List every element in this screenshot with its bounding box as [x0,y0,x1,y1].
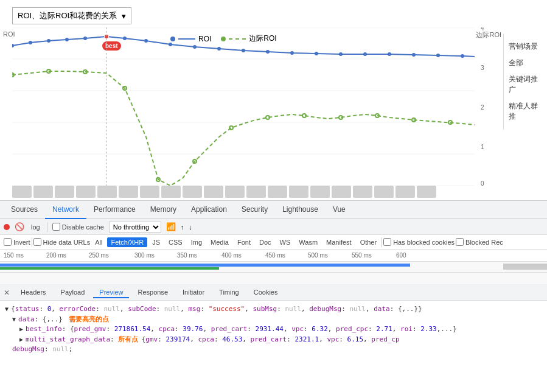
filter-doc-button[interactable]: Doc [256,237,275,247]
devtools-tabs: Sources Network Performance Memory Appli… [0,201,547,219]
has-blocked-cookies-checkbox[interactable] [383,238,391,246]
progress-bar-green [0,267,219,270]
filter-img-button[interactable]: Img [187,237,206,247]
json-line-5: debugMsg: null; [5,345,542,355]
throttle-select[interactable]: No throttling [109,222,161,233]
svg-point-37 [461,54,464,58]
tab-sources[interactable]: Sources [4,201,45,219]
tab-initiator[interactable]: Initiator [176,287,211,298]
chart-dropdown-label: ROI、边际ROI和花费的关系 [18,10,117,21]
svg-point-34 [388,52,391,56]
filter-font-button[interactable]: Font [234,237,254,247]
expand-arrow-3[interactable]: ▶ [19,324,23,334]
filter-all-button[interactable]: All [91,237,106,247]
chevron-down-icon: ▾ [122,12,126,21]
timeline-ticks: 150 ms 200 ms 250 ms 300 ms 350 ms 400 m… [4,250,543,261]
json-area: ▼ {status: 0, errorCode: null, subCode: … [0,301,547,368]
tab-response[interactable]: Response [131,287,174,298]
tab-preview[interactable]: Preview [93,287,129,298]
invert-checkbox[interactable] [4,238,12,246]
network-toolbar: 🚫 log Disable cache No throttling 📶 ↑ ↓ [0,219,547,235]
filter-bar: Invert Hide data URLs All Fetch/XHR JS C… [0,235,547,250]
svg-point-36 [436,54,440,57]
tick-600: 600 [396,252,406,259]
hide-data-urls-checkbox[interactable] [33,238,41,246]
filter-js-button[interactable]: JS [148,237,164,247]
right-panel-item-keyword[interactable]: 关键词推广 [506,71,545,98]
close-panel-icon[interactable]: ✕ [4,289,10,297]
json-line-2: ▼ data: {,..} 需要高亮的点 [5,315,542,325]
filter-separator-1 [32,237,32,247]
disable-cache-label: Disable cache [52,223,104,231]
svg-point-17 [12,44,14,47]
filter-fetch-xhr-button[interactable]: Fetch/XHR [107,237,147,247]
expand-arrow-1[interactable]: ▼ [5,304,9,313]
tick-150ms: 150 ms [4,252,24,259]
blocked-rec-checkbox[interactable] [456,238,464,246]
tab-timing[interactable]: Timing [213,287,245,298]
filter-ws-button[interactable]: WS [276,237,294,247]
hide-data-urls-label: Hide data URLs [33,238,91,246]
filter-css-button[interactable]: CSS [165,237,186,247]
filter-manifest-button[interactable]: Manifest [322,237,355,247]
svg-point-23 [123,37,127,40]
tab-payload[interactable]: Payload [55,287,91,298]
progress-bar-area [0,262,547,273]
bottom-panel: ✕ Headers Payload Preview Response Initi… [0,285,547,368]
tab-lighthouse[interactable]: Lighthouse [275,201,326,219]
tab-headers[interactable]: Headers [15,287,52,298]
tab-application[interactable]: Application [184,201,234,219]
chart-dropdown[interactable]: ROI、边际ROI和花费的关系 ▾ [12,7,131,24]
tick-300ms: 300 ms [134,252,155,259]
tick-350ms: 350 ms [177,252,197,259]
svg-text:4: 4 [481,27,484,32]
progress-bar-blue [0,264,410,267]
stop-recording-icon[interactable] [4,224,10,230]
tab-security[interactable]: Security [234,201,275,219]
log-button[interactable]: log [29,223,42,231]
tick-400ms: 400 ms [221,252,242,259]
json-line-1: ▼ {status: 0, errorCode: null, subCode: … [5,304,542,315]
tab-memory[interactable]: Memory [143,201,184,219]
filter-other-button[interactable]: Other [357,237,381,247]
filter-media-button[interactable]: Media [207,237,232,247]
filter-wasm-button[interactable]: Wasm [295,237,321,247]
svg-point-28 [242,49,245,52]
upload-icon: ↑ [181,223,184,231]
tick-250ms: 250 ms [89,252,109,259]
blocked-rec-label: Blocked Rec [456,238,503,246]
svg-text:3: 3 [481,65,484,71]
tab-performance[interactable]: Performance [86,201,143,219]
request-list [0,273,547,285]
progress-bar-gray [503,264,547,270]
tick-550ms: 550 ms [352,252,372,259]
svg-text:1: 1 [481,144,484,150]
tab-network[interactable]: Network [45,201,86,219]
right-panel-item-audience[interactable]: 精准人群推 [506,98,545,125]
filter-separator-2 [382,237,382,247]
svg-point-20 [65,38,69,41]
expand-arrow-2[interactable]: ▼ [12,315,16,324]
tick-500ms: 500 ms [308,252,328,259]
has-blocked-cookies-label: Has blocked cookies [383,238,455,246]
svg-point-47 [339,116,343,119]
highlight-label-2: 所有点 [118,335,138,345]
clear-log-icon[interactable]: 🚫 [15,222,24,231]
svg-point-44 [229,126,233,130]
response-tabs: ✕ Headers Payload Preview Response Initi… [0,285,547,301]
disable-cache-checkbox[interactable] [52,223,60,231]
tab-cookies[interactable]: Cookies [248,287,284,298]
expand-arrow-4[interactable]: ▶ [19,335,23,344]
tick-450ms: 450 ms [265,252,285,259]
right-panel-item-all[interactable]: 全部 [506,55,545,71]
svg-point-21 [83,37,87,40]
svg-point-46 [302,114,306,117]
svg-point-35 [412,53,416,57]
download-icon: ↓ [189,223,192,231]
right-panel: 营销场景 全部 关键词推广 精准人群推 [503,33,547,130]
svg-point-48 [375,114,379,117]
svg-text:0: 0 [481,180,484,186]
timeline: 150 ms 200 ms 250 ms 300 ms 350 ms 400 m… [0,250,547,262]
json-line-4: ▶ multi_stat_graph_data: 所有点 {gmv: 23917… [5,335,542,345]
tab-vue[interactable]: Vue [326,201,353,219]
